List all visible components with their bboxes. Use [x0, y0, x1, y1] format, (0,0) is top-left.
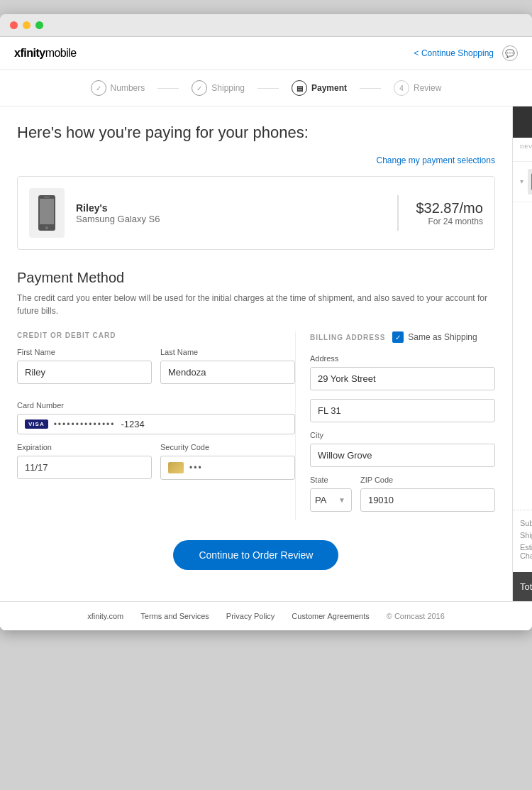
change-payment-section: Change my payment selections	[17, 153, 495, 166]
last-name-group: Last Name	[160, 348, 295, 384]
footer-link-terms[interactable]: Terms and Services	[140, 612, 209, 620]
name-fields-row: First Name Last Name	[17, 348, 295, 393]
expiry-input[interactable]: 11/17	[17, 456, 152, 479]
cart-columns: Devices & Items Monthly Charges One-Time…	[513, 138, 532, 162]
footer: xfinity.com Terms and Services Privacy P…	[0, 601, 532, 630]
step-numbers[interactable]: ✓ Numbers	[78, 80, 158, 96]
cart-subtotals-row: Subtotals $32.87 $0	[520, 519, 532, 527]
continue-shopping-link[interactable]: < Continue Shopping	[414, 48, 494, 58]
security-input[interactable]: •••	[160, 456, 295, 480]
step-payment-label: Payment	[311, 83, 347, 93]
same-as-shipping-label: Same as Shipping	[408, 332, 477, 342]
logo-xfinity: xfinity	[14, 47, 45, 59]
address-label: Address	[310, 354, 495, 363]
device-price-amount: $32.87/mo	[416, 200, 483, 216]
zip-input[interactable]	[360, 488, 495, 512]
security-dots: •••	[189, 463, 203, 473]
payment-forms: Credit or Debit Card First Name Last Nam…	[17, 331, 295, 520]
step-shipping[interactable]: ✓ Shipping	[179, 80, 257, 96]
card-number-input[interactable]: VISA •••••••••••••• -1234	[17, 414, 295, 434]
same-as-shipping-checkbox[interactable]: ✓	[392, 331, 404, 343]
footer-link-agreements[interactable]: Customer Agreements	[292, 612, 369, 620]
step-payment[interactable]: ▤ Payment	[279, 80, 360, 96]
logo: xfinitymobile	[14, 47, 77, 60]
step-divider-1	[157, 88, 179, 89]
device-divider	[397, 195, 399, 231]
cart-sidebar: My Cart Devices & Items Monthly Charges …	[512, 106, 532, 601]
step-shipping-icon: ✓	[192, 80, 207, 96]
cart-item: ▾ Riley Samsung Galaxy S6 $32.87 +	[513, 162, 532, 202]
payment-method-title: Payment Method	[17, 270, 495, 286]
expiry-label: Expiration	[17, 443, 152, 451]
footer-link-xfinity[interactable]: xfinity.com	[87, 612, 123, 620]
step-divider-2	[257, 88, 279, 89]
city-input[interactable]	[310, 444, 495, 467]
progress-bar: ✓ Numbers ✓ Shipping ▤ Payment 4 Review	[0, 70, 532, 106]
card-number-group: Card Number VISA •••••••••••••• -1234	[17, 401, 295, 434]
last-name-label: Last Name	[160, 348, 295, 356]
minimize-dot[interactable]	[23, 21, 31, 29]
security-group: Security Code •••	[160, 443, 295, 480]
billing-header: Billing Address ✓ Same as Shipping	[310, 331, 495, 343]
close-dot[interactable]	[10, 21, 18, 29]
select-arrow-icon: ▼	[333, 496, 351, 504]
step-numbers-label: Numbers	[111, 83, 145, 93]
first-name-group: First Name	[17, 348, 152, 384]
first-name-input[interactable]	[17, 361, 152, 384]
footer-link-privacy[interactable]: Privacy Policy	[226, 612, 275, 620]
step-numbers-icon: ✓	[91, 80, 106, 96]
address-line2-group	[310, 399, 495, 422]
change-payment-link[interactable]: Change my payment selections	[376, 155, 494, 165]
device-model: Samsung Galaxy S6	[76, 214, 380, 224]
state-select[interactable]: PA CA NY TX FL	[311, 489, 333, 511]
taxes-label: Estimated Taxes and Other Charges	[520, 543, 532, 560]
step-review-icon: 4	[394, 80, 409, 96]
cta-section: Continue to Order Review	[17, 540, 495, 584]
billing-forms: Billing Address ✓ Same as Shipping Addre…	[295, 331, 495, 520]
forms-row: Credit or Debit Card First Name Last Nam…	[17, 331, 495, 520]
step-review[interactable]: 4 Review	[381, 80, 454, 96]
cart-chevron-icon[interactable]: ▾	[520, 177, 523, 185]
continue-to-order-button[interactable]: Continue to Order Review	[173, 540, 338, 570]
last-name-input[interactable]	[160, 361, 295, 384]
billing-section-label: Billing Address	[310, 334, 385, 341]
cart-taxes-row: Estimated Taxes and Other Charges $ --	[520, 543, 532, 560]
address-line1-input[interactable]	[310, 367, 495, 390]
visa-badge: VISA	[25, 419, 48, 429]
maximize-dot[interactable]	[35, 21, 43, 29]
footer-copyright: © Comcast 2016	[387, 612, 445, 620]
address-line2-input[interactable]	[310, 399, 495, 422]
zip-group: ZIP Code	[360, 476, 495, 512]
payment-section-label: Credit or Debit Card	[17, 331, 295, 339]
city-group: City	[310, 431, 495, 467]
shipping-label: Shipping	[520, 531, 532, 539]
cart-phone-image	[528, 169, 532, 194]
device-card: Riley's Samsung Galaxy S6 $32.87/mo For …	[17, 176, 495, 250]
main-layout: Here's how you're paying for your phones…	[0, 106, 532, 601]
cart-total: Total Due $32.87	[513, 572, 532, 601]
logo-mobile: mobile	[45, 47, 77, 59]
cart-shipping-row: Shipping $0	[520, 531, 532, 539]
cart-col-devices-label: Devices & Items	[520, 143, 532, 158]
device-image	[29, 188, 65, 238]
expiry-value: 11/17	[25, 462, 48, 473]
header-right: < Continue Shopping 💬	[414, 45, 518, 61]
payment-method-desc: The credit card you enter below will be …	[17, 292, 495, 317]
device-price: $32.87/mo For 24 months	[416, 200, 483, 226]
expiry-group: Expiration 11/17	[17, 443, 152, 480]
chat-icon[interactable]: 💬	[502, 45, 518, 61]
left-content: Here's how you're paying for your phones…	[0, 106, 512, 601]
address-group: Address	[310, 354, 495, 390]
expiry-security-row: Expiration 11/17 Security Code •••	[17, 443, 295, 488]
state-label: State	[310, 476, 352, 484]
svg-point-2	[45, 226, 48, 229]
security-label: Security Code	[160, 443, 295, 451]
cart-header: My Cart	[513, 106, 532, 138]
svg-rect-1	[40, 199, 54, 224]
page-title: Here's how you're paying for your phones…	[17, 124, 495, 142]
device-price-duration: For 24 months	[416, 216, 483, 226]
step-shipping-label: Shipping	[211, 83, 245, 93]
device-info: Riley's Samsung Galaxy S6	[76, 202, 380, 224]
state-zip-row: State PA CA NY TX FL ▼	[310, 476, 495, 520]
card-chip-icon	[168, 462, 184, 473]
